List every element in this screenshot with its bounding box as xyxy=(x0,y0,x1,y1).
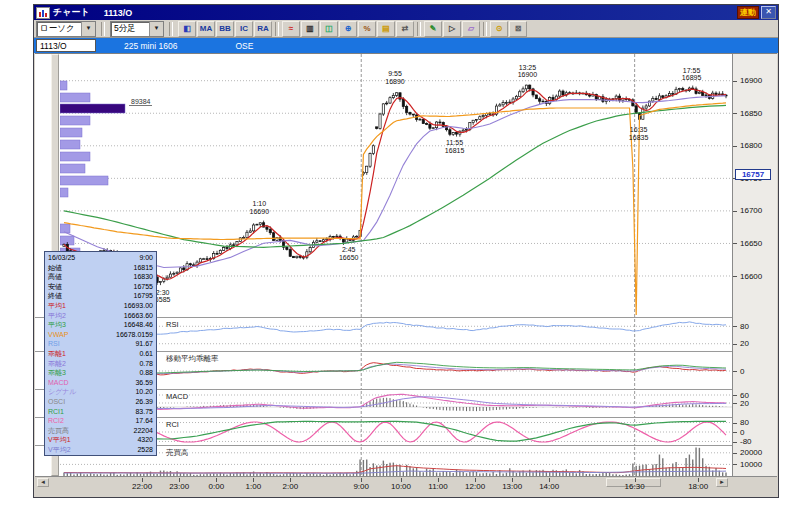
bar-chart-icon[interactable]: ▥ xyxy=(301,21,319,37)
draw-line-icon[interactable]: ✎ xyxy=(424,21,442,37)
price-annotation: 11:5516815 xyxy=(445,139,464,154)
time-axis-label: 14:00 xyxy=(539,482,559,491)
annotation-time: 1:10 xyxy=(250,200,269,208)
timeframe-select[interactable]: 5分足 ▼ xyxy=(110,21,164,37)
indicator-axis-label: 80 xyxy=(740,418,749,427)
bb-settings-icon[interactable]: BB xyxy=(216,21,234,37)
close-icon[interactable]: ✕ xyxy=(761,6,776,19)
indicator-tick xyxy=(733,326,737,327)
zoom-reset-icon[interactable]: ⊠ xyxy=(509,21,527,37)
window-title-app: チャート xyxy=(53,6,90,19)
deviation-settings-icon[interactable]: RA xyxy=(254,21,272,37)
volume-pane-label: 売買高 xyxy=(165,448,190,458)
data-panel-row: 平均216663.60 xyxy=(45,311,156,321)
volume-pane[interactable]: 売買高 xyxy=(60,447,732,476)
data-panel-row-value: 83.75 xyxy=(135,407,153,417)
chart-app-icon xyxy=(36,7,50,19)
ichimoku-settings-icon[interactable]: IC xyxy=(235,21,253,37)
data-panel-row-label: 売買高 xyxy=(48,426,69,436)
price-axis-label: 16600 xyxy=(740,272,762,281)
data-panel-row-label: 乖離1 xyxy=(48,349,66,359)
data-panel-row-label: 平均2 xyxy=(48,311,66,321)
time-axis-label: 0:00 xyxy=(209,482,225,491)
annotation-time: 11:55 xyxy=(445,139,464,147)
annotation-price: 16890 xyxy=(385,78,404,86)
macd-pane-label: MACD xyxy=(165,392,189,401)
data-panel-row-value: 16795 xyxy=(134,291,153,301)
data-panel-row: 平均116693.00 xyxy=(45,301,156,311)
data-panel-row: 安値16755 xyxy=(45,282,156,292)
indicator-axis-label: 20000 xyxy=(740,448,762,457)
symbol-tab[interactable]: 1113/O xyxy=(36,39,96,52)
price-tick xyxy=(733,211,737,212)
data-panel-row: RSI91.67 xyxy=(45,339,156,349)
compare-icon[interactable]: ⇄ xyxy=(396,21,414,37)
chart-type-icon[interactable]: ◧ xyxy=(178,21,196,37)
macd-pane[interactable]: MACD xyxy=(60,391,732,417)
chevron-down-icon[interactable]: ▼ xyxy=(149,22,163,36)
chart-type-select[interactable]: ローソク ▼ xyxy=(36,21,96,37)
annotation-time: 9:55 xyxy=(385,70,404,78)
price-annotation: 17:5516895 xyxy=(682,67,701,82)
time-axis-label: 12:00 xyxy=(465,482,485,491)
data-panel-row: 乖離30.88 xyxy=(45,368,156,378)
time-axis-label: 16:30 xyxy=(625,482,645,491)
pointer-icon[interactable]: ▷ xyxy=(443,21,461,37)
ma-deviation-pane[interactable]: 移動平均乖離率 xyxy=(60,353,732,389)
data-panel-row-label: VWAP xyxy=(48,330,68,340)
eraser-icon[interactable]: ▱ xyxy=(462,21,480,37)
percent-icon[interactable]: % xyxy=(358,21,376,37)
annotation-time: 16:35 xyxy=(629,126,648,134)
indicator-axis-label: 80 xyxy=(740,322,749,331)
data-panel-row-label: 平均3 xyxy=(48,320,66,330)
ma-settings-icon[interactable]: MA xyxy=(197,21,215,37)
instrument-name: 225 mini 1606 xyxy=(124,41,177,51)
ma-deviation-pane-label: 移動平均乖離率 xyxy=(165,354,220,364)
indicator-tick xyxy=(733,403,737,404)
annotation-price: 16815 xyxy=(445,147,464,155)
time-axis-label: 9:00 xyxy=(353,482,369,491)
scroll-left-icon[interactable]: ◄ xyxy=(37,478,49,487)
volume-chart-icon[interactable]: ▤ xyxy=(377,21,395,37)
price-tick xyxy=(733,146,737,147)
price-tick xyxy=(733,81,737,82)
data-panel-row-value: 0.61 xyxy=(139,349,153,359)
data-panel-row-value: 16663.60 xyxy=(124,311,153,321)
chevron-down-icon[interactable]: ▼ xyxy=(81,22,95,36)
linked-mode-badge[interactable]: 連動 xyxy=(737,6,759,19)
data-panel-row: MACD36.59 xyxy=(45,378,156,388)
data-panel-row-value: 17.64 xyxy=(135,416,153,426)
time-axis-label: 13:00 xyxy=(502,482,522,491)
price-axis[interactable]: 16757 1690016850168001675016700166501660… xyxy=(732,54,777,476)
quote-data-panel: 16/03/259:00始値16815高値16830安値16755終値16795… xyxy=(44,251,157,456)
data-panel-row-label: 平均1 xyxy=(48,301,66,311)
data-panel-row-label: V平均1 xyxy=(48,435,71,445)
indicator-tick xyxy=(733,423,737,424)
rci-pane[interactable]: RCI xyxy=(60,419,732,445)
price-tick xyxy=(733,113,737,114)
zoom-chart-icon[interactable]: ⊕ xyxy=(339,21,357,37)
candlestick-icon[interactable]: ◫ xyxy=(320,21,338,37)
title-bar[interactable]: チャート 1113/O 連動 ✕ xyxy=(34,5,778,20)
line-chart-icon[interactable]: ≈ xyxy=(282,21,300,37)
indicator-tick xyxy=(733,344,737,345)
toolbar-separator xyxy=(483,22,487,36)
toolbar: ローソク ▼ 5分足 ▼ ◧MABBICRA≈▥◫⊕%▤⇄✎▷▱⊙⊠ xyxy=(34,20,778,38)
toolbar-separator xyxy=(101,22,105,36)
price-annotation: 2:4516650 xyxy=(339,246,358,261)
chart-type-value: ローソク xyxy=(37,22,81,36)
rsi-pane[interactable]: RSI xyxy=(60,319,732,351)
scroll-right-icon[interactable]: ► xyxy=(716,478,728,487)
data-panel-row-label: OSCI xyxy=(48,397,65,407)
data-panel-row-value: 36.59 xyxy=(135,378,153,388)
time-axis[interactable]: ◄ ► 22:0023:000:001:002:009:0010:0011:00… xyxy=(35,476,777,496)
data-panel-row-label: 高値 xyxy=(48,272,62,282)
zoom-in-icon[interactable]: ⊙ xyxy=(490,21,508,37)
time-axis-label: 1:00 xyxy=(246,482,262,491)
indicator-axis-label: 0 xyxy=(740,428,744,437)
main-price-pane[interactable]: 89384 9:551689013:251690017:55168951:101… xyxy=(60,54,732,317)
data-panel-row-value: 0.78 xyxy=(139,359,153,369)
rsi-pane-label: RSI xyxy=(165,320,180,329)
data-panel-row: RCI183.75 xyxy=(45,407,156,417)
annotation-time: 2:45 xyxy=(339,246,358,254)
